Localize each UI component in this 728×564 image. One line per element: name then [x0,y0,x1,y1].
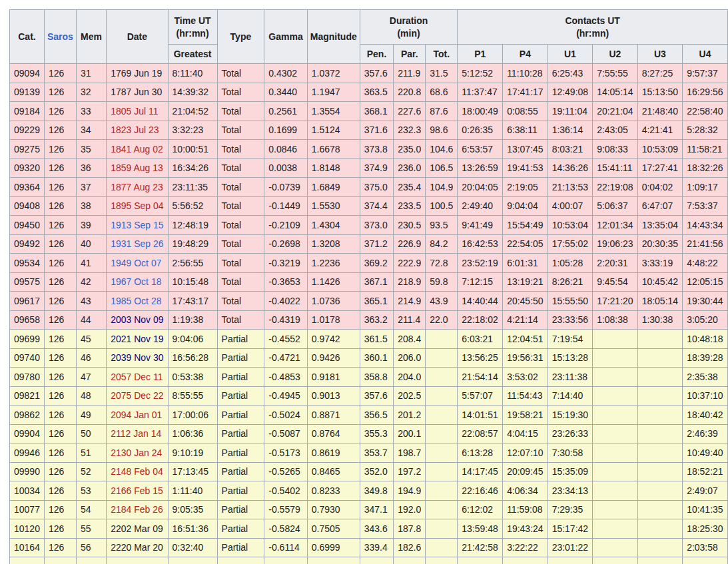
table-row: 09408126381895 Sep 045:56:52Total-0.1449… [10,196,728,216]
cell-pen: 361.5 [360,330,393,349]
cell-date: 2112 Jan 14 [107,424,168,443]
cell-u3: 17:27:41 [637,158,683,178]
cell-mem: 50 [76,424,106,443]
cell-p4: 19:43:24 [503,519,548,539]
cell-greatest: 10:00:51 [168,140,217,159]
cell-mem: 52 [76,462,106,481]
date-link[interactable]: 1895 Sep 04 [111,200,163,211]
cell-u2: 17:21:20 [593,292,638,311]
cell-greatest: 1:19:38 [168,310,217,330]
date-link[interactable]: 1967 Oct 18 [111,276,161,287]
cell-saros: 126 [44,368,76,387]
cell-pen: 358.8 [360,368,393,387]
cell-u2: 15:41:11 [593,158,638,178]
cell-date: 2202 Mar 09 [107,519,168,539]
cell-u3 [637,368,683,387]
table-row: 10077126542184 Feb 269:05:35Partial-0.55… [10,500,728,519]
cell-u3 [637,386,683,406]
cell-p4: 4:21:14 [503,310,548,330]
cell-gamma: -0.5265 [264,462,307,481]
cell-type: Partial [217,348,264,368]
cell-type: Total [217,140,264,159]
cell-cat: 10034 [10,481,45,501]
date-link[interactable]: 2130 Jan 24 [111,447,162,458]
date-link[interactable]: 1913 Sep 15 [111,220,163,230]
date-link[interactable]: 1805 Jul 11 [111,106,158,117]
cell-cat: 09946 [10,443,45,463]
cell-gamma: -0.5173 [264,443,307,463]
cell-saros: 126 [44,83,76,102]
col-header-greatest: Greatest [168,45,217,64]
cell-u1: 4:00:07 [547,196,593,216]
cell-tot: 43.9 [426,292,458,311]
date-link[interactable]: 1877 Aug 23 [111,182,163,192]
cell-pen: 375.0 [360,178,393,197]
cell-cat: 09740 [10,348,45,368]
cell-u3: 1:30:38 [637,310,683,330]
col-header-u4: U4 [683,45,728,64]
date-link[interactable]: 2112 Jan 14 [111,428,161,439]
cell-p4: 12:07:10 [503,443,548,463]
cell-cat: 09575 [10,272,45,292]
cell-empty [394,557,426,564]
cell-tot: 100.5 [426,196,458,216]
date-link[interactable]: 1931 Sep 26 [111,238,163,249]
cell-par: 227.6 [394,102,426,121]
cell-greatest: 8:55:55 [168,386,217,406]
cell-u2: 5:06:37 [593,196,638,216]
cell-cat: 09862 [10,406,45,425]
date-link[interactable]: 1841 Aug 02 [111,144,163,154]
cell-cat: 09139 [10,83,45,102]
cell-gamma: -0.5579 [264,500,307,519]
cell-tot [426,368,458,387]
cell-greatest: 8:11:40 [168,64,217,83]
cell-mem: 37 [76,178,106,197]
date-link[interactable]: 2184 Feb 26 [111,504,163,515]
cell-p1: 13:26:59 [458,158,503,178]
cell-gamma: -0.3653 [264,272,307,292]
cell-u3: 0:04:02 [637,178,683,197]
cell-mem: 38 [76,196,106,216]
cell-cat: 09699 [10,330,45,349]
cell-saros: 126 [44,310,76,330]
cell-p4: 2:19:05 [503,178,548,197]
cell-gamma: -0.4319 [264,310,307,330]
cell-cat: 09450 [10,216,45,235]
date-link[interactable]: 1949 Oct 07 [111,258,161,268]
cell-u1: 6:25:43 [547,64,593,83]
table-row: 09575126421967 Oct 1810:15:48Total-0.365… [10,272,728,292]
date-link[interactable]: 2148 Feb 04 [111,466,163,477]
col-header-saros: Saros [44,10,76,64]
cell-pen: 368.1 [360,102,393,121]
cell-magnitude: 1.1426 [307,272,360,292]
cell-cat: 09617 [10,292,45,311]
cell-saros: 126 [44,481,76,501]
date-link[interactable]: 1985 Oct 28 [111,296,161,306]
cell-date: 2148 Feb 04 [107,462,168,481]
cell-greatest: 23:11:35 [168,178,217,197]
date-link[interactable]: 2003 Nov 09 [111,314,163,325]
cell-u4: 10:37:10 [683,386,728,406]
date-link[interactable]: 2039 Nov 30 [111,352,163,363]
cell-empty [458,557,503,564]
cell-par: 232.3 [394,121,426,140]
cell-greatest: 12:48:19 [168,216,217,235]
cell-p4: 19:41:53 [503,158,548,178]
cell-p1: 0:26:35 [458,121,503,140]
cell-par: 220.8 [394,83,426,102]
date-link[interactable]: 1823 Jul 23 [111,125,159,135]
cell-magnitude: 0.6999 [307,538,360,557]
cell-empty [107,557,168,564]
cell-empty [307,557,360,564]
saros-link[interactable]: Saros [47,31,73,42]
date-link[interactable]: 2057 Dec 11 [111,372,163,382]
date-link[interactable]: 2166 Feb 15 [111,485,163,496]
cell-u2: 9:08:33 [593,140,638,159]
cell-gamma: 0.2561 [264,102,307,121]
date-link[interactable]: 2094 Jan 01 [111,410,162,420]
date-link[interactable]: 2021 Nov 19 [111,334,163,344]
date-link[interactable]: 1859 Aug 13 [111,162,163,173]
cell-mem: 47 [76,368,106,387]
date-link[interactable]: 2075 Dec 22 [111,390,163,401]
cell-u4: 1:09:17 [683,178,728,197]
